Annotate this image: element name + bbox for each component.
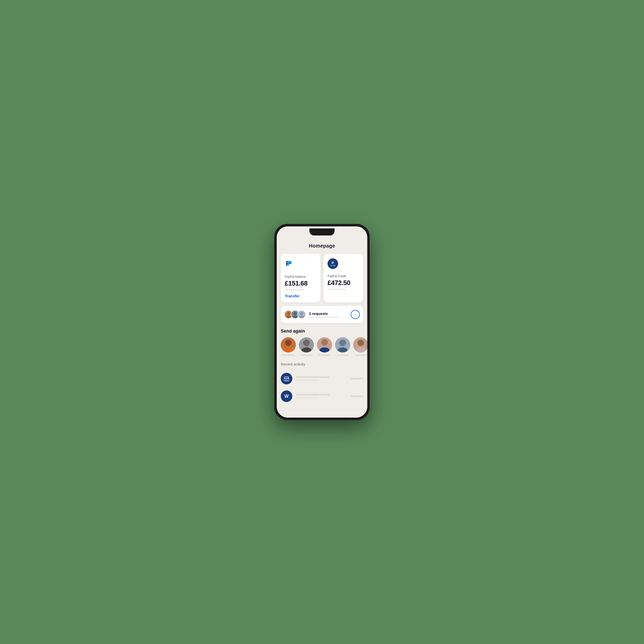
activity-amount-1 [351,378,363,380]
svg-rect-32 [286,379,287,381]
paypal-balance-bar [285,289,304,290]
paypal-balance-label: PayPal balance [285,275,316,278]
activity-line2-2 [296,397,319,399]
send-again-row [277,337,367,356]
paypal-balance-card[interactable]: P P PayPal balance £151.68 Transfer [281,254,320,302]
activity-icon-store [281,373,292,384]
activity-line2-1 [296,380,319,381]
activity-item-2[interactable]: W [277,387,367,405]
phone-screen: Homepage P P PayPal balance £151.68 Tran… [277,226,367,418]
requests-bar [309,317,338,318]
send-again-title: Send again [277,327,367,337]
contact-name-3 [318,354,331,356]
paypal-credit-amount: £472.50 [328,279,359,287]
contact-name-1 [282,354,294,356]
contact-avatar-5 [353,337,367,352]
paypal-balance-amount: £151.68 [285,279,316,287]
paypal-credit-bar [328,289,347,290]
request-avatar-3 [297,310,306,319]
svg-point-9 [300,312,303,315]
phone-frame: Homepage P P PayPal balance £151.68 Tran… [274,224,370,420]
contact-item-4[interactable] [335,337,350,356]
activity-text-2 [296,394,347,399]
contact-item-1[interactable] [281,337,296,356]
activity-amount-2 [351,395,363,397]
paypal-credit-label: PayPal Credit [328,274,359,278]
svg-point-3 [287,312,290,315]
transfer-link[interactable]: Transfer [285,294,300,298]
svg-text:P: P [287,260,292,267]
phone-notch [309,228,335,235]
paypal-credit-icon: P Credit [328,258,338,269]
credit-text-label: Credit [330,265,336,266]
contact-name-2 [300,354,312,356]
contact-avatar-2 [299,337,314,352]
page-title: Homepage [277,239,367,254]
svg-point-16 [303,340,310,346]
requests-card[interactable]: 3 requests → [281,306,363,323]
paypal-credit-card[interactable]: P Credit PayPal Credit £472.50 [324,254,363,302]
activity-line1-2 [296,394,329,396]
contact-avatar-4 [335,337,350,352]
screen-content: Homepage P P PayPal balance £151.68 Tran… [277,226,367,418]
activity-item-1[interactable] [277,370,367,387]
cards-row: P P PayPal balance £151.68 Transfer P Cr… [277,254,367,302]
svg-point-12 [285,340,292,346]
contact-avatar-1 [281,337,296,352]
requests-label: 3 requests [309,311,351,316]
activity-text-1 [296,376,347,381]
contact-item-5[interactable] [353,337,367,356]
request-avatars [284,310,306,319]
contact-avatar-3 [317,337,332,352]
contact-name-5 [355,354,367,356]
svg-point-24 [339,340,346,346]
activity-icon-w: W [281,390,292,402]
svg-point-6 [294,312,297,315]
svg-point-28 [357,340,364,346]
svg-point-20 [321,339,328,346]
requests-arrow-button[interactable]: → [351,310,360,319]
credit-p-letter: P [332,261,334,265]
requests-text: 3 requests [309,311,351,318]
activity-line1-1 [296,376,329,378]
contact-item-3[interactable] [317,337,332,356]
paypal-logo-icon: P P [285,258,294,268]
contact-item-2[interactable] [299,337,314,356]
contact-name-4 [337,354,349,356]
recent-activity-title: Recent activity [277,362,367,370]
